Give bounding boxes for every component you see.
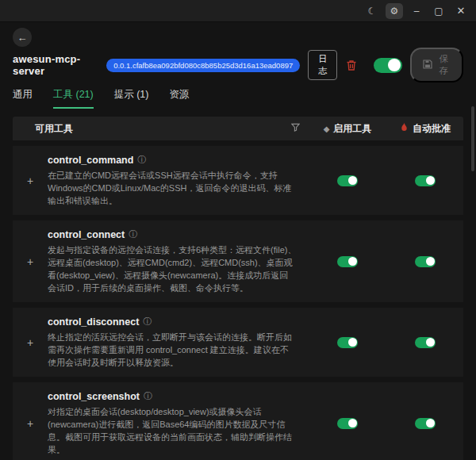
theme-moon-icon[interactable]: ☾ [363, 3, 381, 19]
titlebar: ☾ ⚙ – ▢ ✕ [0, 0, 476, 22]
maximize-button[interactable]: ▢ [430, 3, 447, 19]
delete-trash-icon[interactable] [345, 58, 358, 72]
table-row: + control_screenshot ⓘ 对指定的桌面会话(desktop/… [13, 382, 463, 460]
expand-plus-icon[interactable]: + [13, 255, 48, 268]
info-icon[interactable]: ⓘ [137, 154, 146, 166]
auto-approve-toggle[interactable] [415, 418, 436, 429]
tool-description: 终止指定的活跃远控会话，立即断开与该会话的连接。断开后如需再次操作需要重新调用 … [48, 331, 297, 369]
tool-name: control_disconnect [48, 316, 139, 328]
save-button-label: 保存 [437, 53, 451, 77]
close-button[interactable]: ✕ [452, 3, 470, 19]
expand-plus-icon[interactable]: + [13, 417, 48, 430]
tab-prompts[interactable]: 提示 (1) [114, 88, 149, 109]
filter-icon[interactable] [291, 123, 300, 134]
log-button[interactable]: 日志 [308, 50, 337, 80]
settings-gear-icon[interactable]: ⚙ [386, 3, 403, 19]
tab-tools[interactable]: 工具 (21) [53, 88, 94, 109]
table-row: + control_connect ⓘ 发起与指定设备的远控会话连接，支持6种类… [13, 220, 463, 302]
settings-page: ← awesun-mcp-server 0.0.1.cfafb8ea092bfd… [0, 28, 476, 460]
column-enable-tool: 启用工具 [333, 122, 371, 136]
tool-name: control_screenshot [48, 391, 140, 402]
save-button[interactable]: 保存 [410, 48, 463, 82]
auto-approve-toggle[interactable] [415, 337, 436, 348]
info-icon[interactable]: ⓘ [143, 316, 152, 328]
minimize-button[interactable]: – [408, 3, 425, 19]
tool-description: 发起与指定设备的远控会话连接，支持6种类型：远程文件(file)、远程桌面(de… [48, 243, 297, 294]
table-header: 可用工具 ◆ 启用工具 自动批准 [13, 117, 463, 140]
back-button[interactable]: ← [13, 28, 32, 47]
auto-approve-toggle[interactable] [415, 175, 436, 186]
enable-tool-toggle[interactable] [337, 256, 358, 267]
version-badge: 0.0.1.cfafb8ea092bfd080c8b85b25d3d16a13e… [106, 59, 300, 72]
enable-tool-toggle[interactable] [337, 337, 358, 348]
tab-general[interactable]: 通用 [13, 88, 33, 109]
expand-plus-icon[interactable]: + [13, 336, 48, 349]
scrollbar-thumb[interactable] [471, 106, 474, 171]
auto-approve-flame-icon [400, 122, 409, 135]
tools-table: 可用工具 ◆ 启用工具 自动批准 + [13, 117, 463, 460]
auto-approve-toggle[interactable] [415, 256, 436, 267]
info-icon[interactable]: ⓘ [129, 228, 137, 240]
tool-name: control_connect [48, 229, 125, 240]
tool-name: control_command [48, 155, 133, 166]
server-name: awesun-mcp-server [13, 53, 98, 77]
tab-bar: 通用 工具 (21) 提示 (1) 资源 [13, 88, 463, 109]
server-enable-toggle[interactable] [374, 58, 402, 73]
tab-resources[interactable]: 资源 [169, 88, 189, 109]
column-auto-approve: 自动批准 [413, 122, 451, 136]
expand-plus-icon[interactable]: + [13, 174, 48, 187]
info-icon[interactable]: ⓘ [144, 390, 152, 402]
tool-description: 对指定的桌面会话(desktop/desktop_view)或摄像头会话(new… [48, 405, 297, 456]
server-header: awesun-mcp-server 0.0.1.cfafb8ea092bfd08… [13, 53, 463, 77]
column-available-tools: 可用工具 [35, 122, 291, 136]
app-window: ☾ ⚙ – ▢ ✕ ← awesun-mcp-server 0.0.1.cfaf… [0, 0, 476, 460]
table-row: + control_disconnect ⓘ 终止指定的活跃远控会话，立即断开与… [13, 308, 463, 377]
table-row: + control_command ⓘ 在已建立的CMD远程会话或SSH远程会话… [13, 146, 463, 215]
enable-tool-toggle[interactable] [337, 175, 358, 186]
enable-tool-toggle[interactable] [337, 418, 358, 429]
tool-description: 在已建立的CMD远程会话或SSH远程会话中执行命令，支持Windows的CMD或… [48, 169, 297, 207]
enable-diamond-icon: ◆ [324, 125, 330, 133]
save-floppy-icon [423, 59, 432, 71]
